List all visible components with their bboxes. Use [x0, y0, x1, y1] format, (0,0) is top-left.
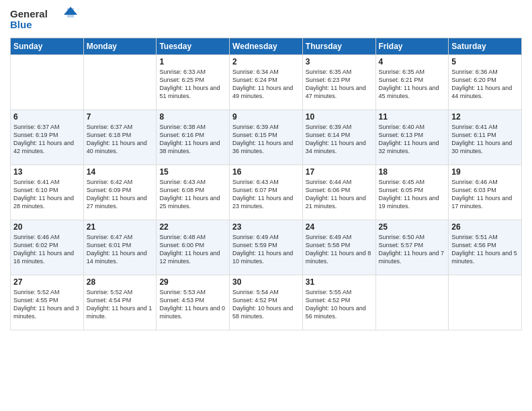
day-number: 9 — [232, 112, 300, 122]
calendar-week-2: 6Sunrise: 6:37 AM Sunset: 6:19 PM Daylig… — [11, 110, 522, 165]
day-info: Sunrise: 6:45 AM Sunset: 6:05 PM Dayligh… — [379, 178, 446, 211]
calendar-cell: 29Sunrise: 5:53 AM Sunset: 4:53 PM Dayli… — [157, 275, 230, 330]
day-number: 19 — [451, 167, 519, 177]
day-info: Sunrise: 5:53 AM Sunset: 4:53 PM Dayligh… — [159, 288, 226, 321]
calendar-cell: 8Sunrise: 6:38 AM Sunset: 6:16 PM Daylig… — [157, 110, 230, 165]
weekday-header-wednesday: Wednesday — [230, 38, 303, 55]
calendar-cell: 3Sunrise: 6:35 AM Sunset: 6:23 PM Daylig… — [302, 55, 375, 110]
day-number: 12 — [451, 112, 519, 122]
day-info: Sunrise: 6:40 AM Sunset: 6:13 PM Dayligh… — [379, 123, 446, 156]
svg-text:Blue: Blue — [10, 19, 32, 30]
calendar-cell: 27Sunrise: 5:52 AM Sunset: 4:55 PM Dayli… — [11, 275, 84, 330]
day-number: 6 — [13, 112, 81, 122]
day-info: Sunrise: 6:39 AM Sunset: 6:14 PM Dayligh… — [306, 123, 373, 156]
calendar-cell: 13Sunrise: 6:41 AM Sunset: 6:10 PM Dayli… — [11, 165, 84, 220]
calendar-cell: 1Sunrise: 6:33 AM Sunset: 6:25 PM Daylig… — [157, 55, 230, 110]
calendar-cell — [11, 55, 84, 110]
calendar-cell — [375, 275, 449, 330]
day-number: 15 — [159, 167, 226, 177]
day-number: 24 — [306, 222, 373, 232]
day-number: 2 — [232, 57, 300, 66]
day-number: 3 — [306, 57, 373, 66]
day-number: 29 — [159, 277, 226, 287]
day-number: 7 — [87, 112, 154, 122]
day-info: Sunrise: 6:39 AM Sunset: 6:15 PM Dayligh… — [232, 123, 300, 156]
day-number: 16 — [232, 167, 300, 177]
day-number: 1 — [159, 57, 226, 66]
day-number: 26 — [451, 222, 519, 232]
calendar-cell: 17Sunrise: 6:44 AM Sunset: 6:06 PM Dayli… — [302, 165, 375, 220]
day-info: Sunrise: 6:49 AM Sunset: 5:59 PM Dayligh… — [232, 233, 300, 266]
day-number: 25 — [379, 222, 446, 232]
day-number: 17 — [306, 167, 373, 177]
day-number: 28 — [87, 277, 154, 287]
calendar-table: SundayMondayTuesdayWednesdayThursdayFrid… — [10, 38, 522, 330]
calendar-cell: 15Sunrise: 6:43 AM Sunset: 6:08 PM Dayli… — [157, 165, 230, 220]
day-number: 13 — [13, 167, 81, 177]
day-info: Sunrise: 6:36 AM Sunset: 6:20 PM Dayligh… — [451, 68, 519, 101]
day-info: Sunrise: 6:38 AM Sunset: 6:16 PM Dayligh… — [159, 123, 226, 156]
day-info: Sunrise: 6:50 AM Sunset: 5:57 PM Dayligh… — [379, 233, 446, 266]
calendar-cell: 10Sunrise: 6:39 AM Sunset: 6:14 PM Dayli… — [302, 110, 375, 165]
calendar-cell: 7Sunrise: 6:37 AM Sunset: 6:18 PM Daylig… — [83, 110, 157, 165]
calendar-cell: 16Sunrise: 6:43 AM Sunset: 6:07 PM Dayli… — [230, 165, 303, 220]
weekday-header-tuesday: Tuesday — [157, 38, 230, 55]
day-info: Sunrise: 6:46 AM Sunset: 6:03 PM Dayligh… — [451, 178, 519, 211]
calendar-cell: 28Sunrise: 5:52 AM Sunset: 4:54 PM Dayli… — [83, 275, 157, 330]
svg-marker-2 — [64, 7, 77, 15]
day-number: 30 — [232, 277, 300, 287]
calendar-cell: 19Sunrise: 6:46 AM Sunset: 6:03 PM Dayli… — [449, 165, 522, 220]
calendar-cell: 14Sunrise: 6:42 AM Sunset: 6:09 PM Dayli… — [83, 165, 157, 220]
day-info: Sunrise: 6:37 AM Sunset: 6:19 PM Dayligh… — [13, 123, 81, 156]
calendar-week-3: 13Sunrise: 6:41 AM Sunset: 6:10 PM Dayli… — [11, 165, 522, 220]
calendar-week-5: 27Sunrise: 5:52 AM Sunset: 4:55 PM Dayli… — [11, 275, 522, 330]
calendar-cell: 31Sunrise: 5:55 AM Sunset: 4:52 PM Dayli… — [302, 275, 375, 330]
day-info: Sunrise: 6:43 AM Sunset: 6:07 PM Dayligh… — [232, 178, 300, 211]
day-number: 23 — [232, 222, 300, 232]
calendar-cell: 26Sunrise: 5:51 AM Sunset: 4:56 PM Dayli… — [449, 220, 522, 275]
day-info: Sunrise: 6:34 AM Sunset: 6:24 PM Dayligh… — [232, 68, 300, 101]
header: General Blue — [10, 7, 522, 34]
weekday-header-sunday: Sunday — [11, 38, 84, 55]
day-info: Sunrise: 6:42 AM Sunset: 6:09 PM Dayligh… — [87, 178, 154, 211]
day-number: 27 — [13, 277, 81, 287]
calendar-week-4: 20Sunrise: 6:46 AM Sunset: 6:02 PM Dayli… — [11, 220, 522, 275]
day-info: Sunrise: 6:46 AM Sunset: 6:02 PM Dayligh… — [13, 233, 81, 266]
day-info: Sunrise: 6:49 AM Sunset: 5:58 PM Dayligh… — [306, 233, 373, 266]
day-number: 4 — [379, 57, 446, 66]
calendar-cell: 23Sunrise: 6:49 AM Sunset: 5:59 PM Dayli… — [230, 220, 303, 275]
calendar-cell: 4Sunrise: 6:35 AM Sunset: 6:21 PM Daylig… — [375, 55, 449, 110]
day-info: Sunrise: 5:55 AM Sunset: 4:52 PM Dayligh… — [306, 288, 373, 321]
day-info: Sunrise: 6:47 AM Sunset: 6:01 PM Dayligh… — [87, 233, 154, 266]
day-info: Sunrise: 6:35 AM Sunset: 6:21 PM Dayligh… — [379, 68, 446, 101]
day-info: Sunrise: 6:37 AM Sunset: 6:18 PM Dayligh… — [87, 123, 154, 156]
calendar-cell: 11Sunrise: 6:40 AM Sunset: 6:13 PM Dayli… — [375, 110, 449, 165]
calendar-cell — [449, 275, 522, 330]
calendar-week-1: 1Sunrise: 6:33 AM Sunset: 6:25 PM Daylig… — [11, 55, 522, 110]
calendar-cell: 6Sunrise: 6:37 AM Sunset: 6:19 PM Daylig… — [11, 110, 84, 165]
calendar-cell: 2Sunrise: 6:34 AM Sunset: 6:24 PM Daylig… — [230, 55, 303, 110]
day-number: 10 — [306, 112, 373, 122]
calendar-cell: 9Sunrise: 6:39 AM Sunset: 6:15 PM Daylig… — [230, 110, 303, 165]
weekday-header-thursday: Thursday — [302, 38, 375, 55]
day-info: Sunrise: 5:54 AM Sunset: 4:52 PM Dayligh… — [232, 288, 300, 321]
day-info: Sunrise: 6:33 AM Sunset: 6:25 PM Dayligh… — [159, 68, 226, 101]
weekday-header-monday: Monday — [83, 38, 157, 55]
calendar-cell: 20Sunrise: 6:46 AM Sunset: 6:02 PM Dayli… — [11, 220, 84, 275]
day-number: 5 — [451, 57, 519, 66]
weekday-header-friday: Friday — [375, 38, 449, 55]
logo-svg: General Blue — [10, 7, 77, 34]
day-info: Sunrise: 6:41 AM Sunset: 6:10 PM Dayligh… — [13, 178, 81, 211]
calendar-cell: 5Sunrise: 6:36 AM Sunset: 6:20 PM Daylig… — [449, 55, 522, 110]
weekday-header-row: SundayMondayTuesdayWednesdayThursdayFrid… — [11, 38, 522, 55]
svg-text:General: General — [10, 8, 48, 19]
day-info: Sunrise: 6:44 AM Sunset: 6:06 PM Dayligh… — [306, 178, 373, 211]
day-info: Sunrise: 6:35 AM Sunset: 6:23 PM Dayligh… — [306, 68, 373, 101]
calendar-cell: 24Sunrise: 6:49 AM Sunset: 5:58 PM Dayli… — [302, 220, 375, 275]
calendar-cell: 22Sunrise: 6:48 AM Sunset: 6:00 PM Dayli… — [157, 220, 230, 275]
day-number: 20 — [13, 222, 81, 232]
day-number: 14 — [87, 167, 154, 177]
day-number: 11 — [379, 112, 446, 122]
page: General Blue SundayMondayTuesdayWednesda… — [0, 0, 532, 411]
day-number: 31 — [306, 277, 373, 287]
